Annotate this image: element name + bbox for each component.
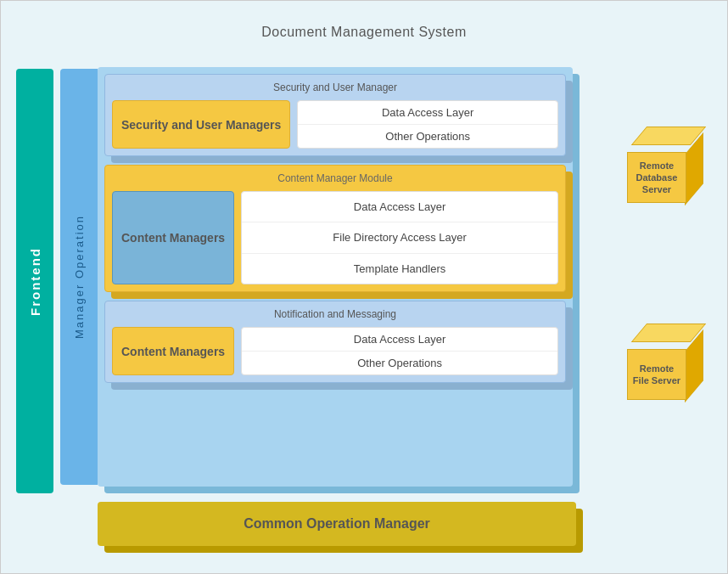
content-dal: Data Access Layer <box>242 192 557 222</box>
notif-manager-box: Content Managers <box>112 327 234 375</box>
notif-module-body: Content Managers Data Access Layer Other… <box>112 327 558 375</box>
security-other-ops: Other Operations <box>298 125 557 148</box>
remote-file-label: Remote File Server <box>631 363 682 387</box>
manager-operation-bar: Manager Operation <box>60 69 98 485</box>
frontend-label: Frontend <box>28 247 42 316</box>
notif-ops-panel: Data Access Layer Other Operations <box>241 327 558 375</box>
content-module-body: Content Managers Data Access Layer File … <box>112 191 558 284</box>
manager-operation-label: Manager Operation <box>73 215 86 339</box>
notif-dal: Data Access Layer <box>242 328 557 352</box>
content-fda: File Directory Access Layer <box>242 222 557 253</box>
remote-db-label: Remote Database Server <box>631 160 682 196</box>
content-area: Security and User Manager Security and U… <box>98 67 573 487</box>
common-bar-label: Common Operation Manager <box>244 516 430 532</box>
page-title: Document Management System <box>1 25 727 40</box>
frontend-bar: Frontend <box>16 69 53 493</box>
notification-module: Notification and Messaging Content Manag… <box>104 301 566 383</box>
content-template: Template Handlers <box>242 254 557 284</box>
remote-db-server: Remote Database Server <box>627 127 703 203</box>
content-ops-panel: Data Access Layer File Directory Access … <box>241 191 558 284</box>
notif-module-title: Notification and Messaging <box>112 308 558 320</box>
main-container: Document Management System Frontend Mana… <box>0 0 728 574</box>
security-module-title: Security and User Manager <box>112 82 558 93</box>
remote-file-server: Remote File Server <box>627 324 703 400</box>
remote-db-front: Remote Database Server <box>627 152 686 203</box>
remote-file-front: Remote File Server <box>627 349 686 400</box>
security-dal: Data Access Layer <box>298 101 557 125</box>
content-module-inner: Content Manager Module Content Managers … <box>104 165 566 292</box>
notif-other-ops: Other Operations <box>242 352 557 374</box>
security-module-body: Security and User Managers Data Access L… <box>112 100 558 149</box>
security-module: Security and User Manager Security and U… <box>104 74 566 156</box>
content-module-title: Content Manager Module <box>112 172 558 184</box>
security-ops-panel: Data Access Layer Other Operations <box>297 100 558 149</box>
notif-module-inner: Notification and Messaging Content Manag… <box>104 301 566 383</box>
content-manager-box: Content Managers <box>112 191 234 284</box>
common-bar: Common Operation Manager <box>98 502 576 546</box>
security-manager-box: Security and User Managers <box>112 100 290 149</box>
content-module: Content Manager Module Content Managers … <box>104 165 566 292</box>
security-module-inner: Security and User Manager Security and U… <box>104 74 566 156</box>
